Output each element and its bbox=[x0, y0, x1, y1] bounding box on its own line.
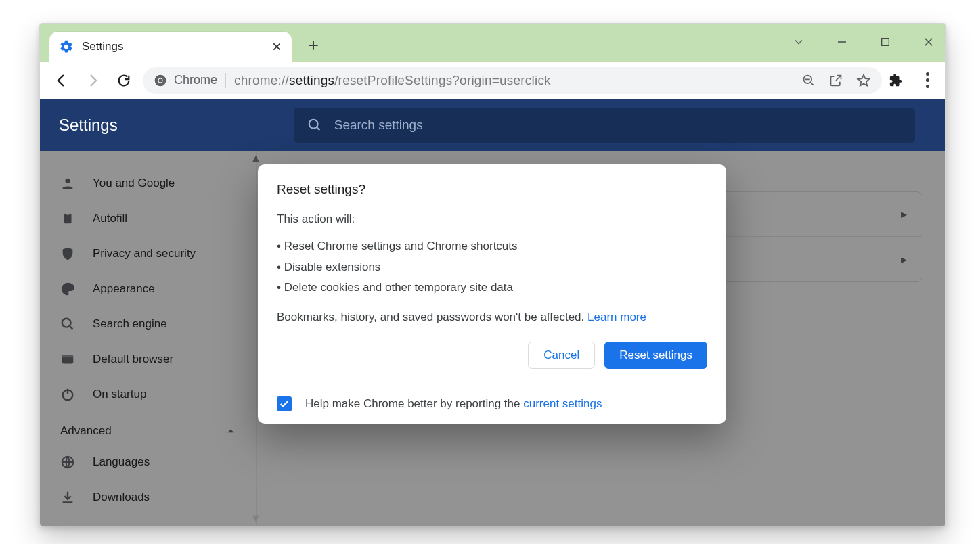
close-tab-icon[interactable] bbox=[271, 41, 282, 52]
dialog-note: Bookmarks, history, and saved passwords … bbox=[277, 309, 707, 326]
search-settings[interactable] bbox=[294, 108, 915, 143]
new-tab-button[interactable] bbox=[300, 32, 327, 59]
settings-body: ▲ You and Google Autofill Privacy and se… bbox=[40, 151, 945, 526]
settings-header: Settings bbox=[40, 99, 945, 151]
extensions-icon[interactable] bbox=[889, 73, 904, 88]
url-host: settings bbox=[289, 73, 334, 87]
dialog-bullet: • Disable extensions bbox=[277, 258, 707, 276]
tab-title: Settings bbox=[82, 40, 263, 53]
report-checkbox[interactable] bbox=[277, 396, 292, 411]
minimize-icon[interactable] bbox=[832, 32, 852, 52]
dialog-intro: This action will: bbox=[277, 210, 707, 228]
gear-icon bbox=[59, 39, 74, 54]
divider bbox=[225, 73, 226, 88]
settings-title: Settings bbox=[59, 116, 118, 135]
search-icon bbox=[307, 118, 322, 133]
browser-window: Settings bbox=[39, 23, 946, 526]
svg-point-3 bbox=[159, 78, 162, 82]
dialog-bullet: • Reset Chrome settings and Chrome short… bbox=[277, 237, 707, 255]
omnibox-url: chrome://settings/resetProfileSettings?o… bbox=[234, 73, 551, 88]
chevron-down-icon[interactable] bbox=[788, 32, 809, 52]
dialog-note-text: Bookmarks, history, and saved passwords … bbox=[277, 311, 587, 323]
dialog-title: Reset settings? bbox=[277, 182, 707, 197]
window-controls bbox=[788, 32, 939, 52]
scroll-down-icon[interactable]: ▼ bbox=[250, 512, 262, 524]
toolbar: Chrome chrome://settings/resetProfileSet… bbox=[40, 62, 945, 99]
cancel-button[interactable]: Cancel bbox=[528, 342, 595, 369]
url-path: /resetProfileSettings?origin=userclick bbox=[334, 73, 551, 87]
kebab-menu-icon[interactable] bbox=[918, 72, 936, 88]
maximize-icon[interactable] bbox=[875, 32, 895, 52]
share-icon[interactable] bbox=[829, 74, 843, 87]
tab-strip: Settings bbox=[40, 24, 945, 62]
close-window-icon[interactable] bbox=[918, 32, 939, 52]
svg-point-5 bbox=[309, 120, 317, 129]
learn-more-link[interactable]: Learn more bbox=[587, 311, 646, 323]
back-button[interactable] bbox=[49, 68, 74, 93]
footer-text: Help make Chrome better by reporting the… bbox=[305, 397, 602, 411]
current-settings-link[interactable]: current settings bbox=[523, 397, 602, 410]
search-input[interactable] bbox=[334, 118, 901, 133]
chrome-logo-icon bbox=[154, 74, 167, 87]
reload-button[interactable] bbox=[112, 68, 136, 93]
footer-text-part: Help make Chrome better by reporting the bbox=[305, 397, 523, 410]
omnibox-chip-label: Chrome bbox=[174, 73, 217, 87]
star-icon[interactable] bbox=[856, 73, 871, 88]
url-scheme: chrome:// bbox=[234, 73, 289, 87]
zoom-icon[interactable] bbox=[802, 74, 816, 87]
tab-settings[interactable]: Settings bbox=[49, 32, 292, 62]
reset-settings-button[interactable]: Reset settings bbox=[604, 342, 707, 369]
forward-button[interactable] bbox=[81, 68, 105, 93]
dialog-bullet: • Delete cookies and other temporary sit… bbox=[277, 279, 707, 296]
svg-rect-0 bbox=[882, 39, 889, 46]
reset-settings-dialog: Reset settings? This action will: • Rese… bbox=[258, 164, 726, 424]
omnibox[interactable]: Chrome chrome://settings/resetProfileSet… bbox=[143, 67, 882, 94]
